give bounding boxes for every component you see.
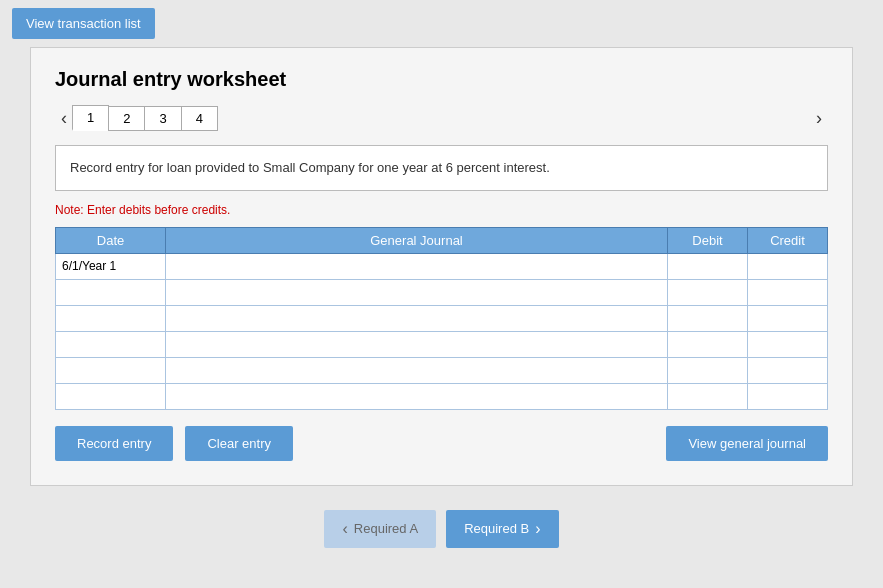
tab-4[interactable]: 4 bbox=[181, 106, 218, 131]
note-text: Note: Enter debits before credits. bbox=[55, 203, 828, 217]
date-cell-6 bbox=[56, 383, 166, 409]
col-header-journal: General Journal bbox=[166, 227, 668, 253]
action-buttons: Record entry Clear entry View general jo… bbox=[55, 426, 828, 461]
journal-table: Date General Journal Debit Credit 6/1/Ye… bbox=[55, 227, 828, 410]
journal-cell-6[interactable] bbox=[166, 383, 668, 409]
credit-input-4[interactable] bbox=[748, 332, 827, 357]
credit-cell-1[interactable] bbox=[748, 253, 828, 279]
worksheet-title: Journal entry worksheet bbox=[55, 68, 828, 91]
bottom-navigation: Required A Required B bbox=[0, 510, 883, 548]
table-row bbox=[56, 331, 828, 357]
view-general-journal-button[interactable]: View general journal bbox=[666, 426, 828, 461]
prev-tab-button[interactable]: ‹ bbox=[55, 106, 73, 131]
journal-cell-2[interactable] bbox=[166, 279, 668, 305]
journal-input-1[interactable] bbox=[166, 254, 667, 279]
table-row bbox=[56, 279, 828, 305]
clear-entry-button[interactable]: Clear entry bbox=[185, 426, 293, 461]
required-b-label: Required B bbox=[464, 521, 529, 536]
table-row: 6/1/Year 1 bbox=[56, 253, 828, 279]
debit-input-3[interactable] bbox=[668, 306, 747, 331]
journal-cell-4[interactable] bbox=[166, 331, 668, 357]
col-header-credit: Credit bbox=[748, 227, 828, 253]
table-row bbox=[56, 305, 828, 331]
credit-cell-3[interactable] bbox=[748, 305, 828, 331]
journal-cell-5[interactable] bbox=[166, 357, 668, 383]
instruction-box: Record entry for loan provided to Small … bbox=[55, 145, 828, 191]
journal-input-6[interactable] bbox=[166, 384, 667, 409]
credit-cell-4[interactable] bbox=[748, 331, 828, 357]
debit-cell-6[interactable] bbox=[668, 383, 748, 409]
record-entry-button[interactable]: Record entry bbox=[55, 426, 173, 461]
date-cell-2 bbox=[56, 279, 166, 305]
tab-navigation: ‹ 1 2 3 4 › bbox=[55, 105, 828, 131]
credit-input-5[interactable] bbox=[748, 358, 827, 383]
debit-cell-4[interactable] bbox=[668, 331, 748, 357]
credit-input-1[interactable] bbox=[748, 254, 827, 279]
table-header-row: Date General Journal Debit Credit bbox=[56, 227, 828, 253]
journal-input-5[interactable] bbox=[166, 358, 667, 383]
debit-input-6[interactable] bbox=[668, 384, 747, 409]
required-a-button[interactable]: Required A bbox=[324, 510, 436, 548]
date-cell-4 bbox=[56, 331, 166, 357]
next-tab-button[interactable]: › bbox=[810, 106, 828, 131]
top-bar: View transaction list bbox=[0, 0, 883, 47]
debit-input-1[interactable] bbox=[668, 254, 747, 279]
credit-cell-5[interactable] bbox=[748, 357, 828, 383]
table-row bbox=[56, 357, 828, 383]
date-cell-3 bbox=[56, 305, 166, 331]
journal-cell-3[interactable] bbox=[166, 305, 668, 331]
credit-input-6[interactable] bbox=[748, 384, 827, 409]
instruction-text: Record entry for loan provided to Small … bbox=[70, 160, 550, 175]
debit-input-4[interactable] bbox=[668, 332, 747, 357]
journal-input-3[interactable] bbox=[166, 306, 667, 331]
tab-1[interactable]: 1 bbox=[72, 105, 109, 131]
credit-cell-6[interactable] bbox=[748, 383, 828, 409]
debit-cell-3[interactable] bbox=[668, 305, 748, 331]
debit-cell-1[interactable] bbox=[668, 253, 748, 279]
col-header-date: Date bbox=[56, 227, 166, 253]
journal-input-2[interactable] bbox=[166, 280, 667, 305]
credit-input-3[interactable] bbox=[748, 306, 827, 331]
worksheet-container: Journal entry worksheet ‹ 1 2 3 4 › Reco… bbox=[30, 47, 853, 486]
date-cell-5 bbox=[56, 357, 166, 383]
debit-cell-5[interactable] bbox=[668, 357, 748, 383]
date-cell-1: 6/1/Year 1 bbox=[56, 253, 166, 279]
view-transaction-button[interactable]: View transaction list bbox=[12, 8, 155, 39]
credit-input-2[interactable] bbox=[748, 280, 827, 305]
credit-cell-2[interactable] bbox=[748, 279, 828, 305]
chevron-right-icon bbox=[535, 520, 540, 538]
chevron-left-icon bbox=[342, 520, 347, 538]
tab-2[interactable]: 2 bbox=[108, 106, 145, 131]
journal-cell-1[interactable] bbox=[166, 253, 668, 279]
required-b-button[interactable]: Required B bbox=[446, 510, 558, 548]
tab-3[interactable]: 3 bbox=[144, 106, 181, 131]
debit-input-5[interactable] bbox=[668, 358, 747, 383]
debit-cell-2[interactable] bbox=[668, 279, 748, 305]
journal-input-4[interactable] bbox=[166, 332, 667, 357]
table-row bbox=[56, 383, 828, 409]
col-header-debit: Debit bbox=[668, 227, 748, 253]
debit-input-2[interactable] bbox=[668, 280, 747, 305]
required-a-label: Required A bbox=[354, 521, 418, 536]
